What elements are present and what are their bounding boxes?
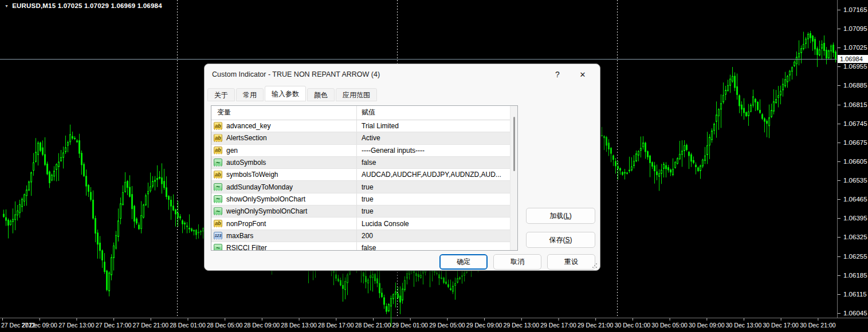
indicator-dialog: Custom Indicator - TRUE NON REPANT ARROW… bbox=[204, 64, 600, 271]
cancel-button[interactable]: 取消 bbox=[493, 254, 541, 270]
param-row[interactable]: ~RSICCI Filterfalse bbox=[211, 242, 510, 251]
param-row[interactable]: 123maxBars200 bbox=[211, 230, 510, 242]
param-value-cell[interactable]: Active bbox=[356, 132, 510, 144]
symbol-quote-text: EURUSD,M15 1.07025 1.07029 1.06969 1.069… bbox=[12, 2, 162, 9]
svg-text:27 Dec 17:00: 27 Dec 17:00 bbox=[96, 322, 132, 329]
svg-text:29 Dec 05:00: 29 Dec 05:00 bbox=[429, 322, 465, 329]
param-type-int-icon: 123 bbox=[214, 232, 222, 240]
svg-text:29 Dec 17:00: 29 Dec 17:00 bbox=[540, 322, 576, 329]
param-type-string-icon: ab bbox=[214, 220, 222, 228]
svg-text:1.06045: 1.06045 bbox=[843, 310, 867, 317]
time-axis[interactable]: 27 Dec 202227 Dec 09:0027 Dec 13:0027 De… bbox=[1, 318, 836, 329]
param-type-bool-icon: ~ bbox=[214, 159, 222, 167]
svg-text:1.06955: 1.06955 bbox=[843, 63, 867, 70]
svg-text:27 Dec 09:00: 27 Dec 09:00 bbox=[21, 322, 57, 329]
param-name-cell: 123maxBars bbox=[211, 230, 356, 242]
param-row[interactable]: abadvanced_keyTrial Limited bbox=[211, 120, 510, 132]
reset-button[interactable]: 重设 bbox=[547, 254, 595, 270]
svg-text:1.06815: 1.06815 bbox=[843, 101, 867, 108]
svg-text:28 Dec 17:00: 28 Dec 17:00 bbox=[318, 322, 354, 329]
param-value-cell[interactable]: true bbox=[356, 205, 510, 217]
param-value-cell[interactable]: false bbox=[356, 157, 510, 168]
svg-text:29 Dec 01:00: 29 Dec 01:00 bbox=[392, 322, 428, 329]
param-row[interactable]: ~autoSymbolsfalse bbox=[211, 157, 510, 169]
param-name-cell: abAlertsSection bbox=[211, 132, 356, 144]
param-value-cell[interactable]: Trial Limited bbox=[356, 120, 510, 132]
svg-text:1.06395: 1.06395 bbox=[843, 215, 867, 222]
parameters-table: 变量 赋值 abadvanced_keyTrial LimitedabAlert… bbox=[211, 105, 518, 251]
tab-4[interactable]: 应用范围 bbox=[336, 88, 377, 101]
param-value-cell[interactable]: false bbox=[356, 242, 510, 251]
svg-text:28 Dec 01:00: 28 Dec 01:00 bbox=[170, 322, 206, 329]
param-name: autoSymbols bbox=[226, 159, 266, 167]
chart-dropdown-arrow-icon[interactable]: ▼ bbox=[5, 4, 9, 8]
dialog-titlebar[interactable]: Custom Indicator - TRUE NON REPANT ARROW… bbox=[205, 64, 600, 85]
svg-text:29 Dec 13:00: 29 Dec 13:00 bbox=[504, 322, 540, 329]
param-name-cell: abgen bbox=[211, 145, 356, 156]
svg-text:28 Dec 13:00: 28 Dec 13:00 bbox=[281, 322, 317, 329]
param-row[interactable]: ~showOnlySymbolOnCharttrue bbox=[211, 193, 510, 205]
svg-text:30 Dec 01:00: 30 Dec 01:00 bbox=[615, 322, 651, 329]
param-type-string-icon: ab bbox=[214, 171, 222, 179]
param-value-cell[interactable]: true bbox=[356, 181, 510, 192]
svg-text:1.06535: 1.06535 bbox=[843, 177, 867, 184]
param-type-bool-icon: ~ bbox=[214, 244, 222, 251]
svg-text:30 Dec 13:00: 30 Dec 13:00 bbox=[726, 322, 762, 329]
current-price-tag: 1.06984 bbox=[838, 55, 868, 63]
dialog-tab-bar: 关于常用输入参数颜色应用范围 bbox=[207, 86, 377, 101]
table-scrollbar[interactable] bbox=[510, 106, 517, 250]
param-type-bool-icon: ~ bbox=[214, 207, 222, 215]
symbol-quote-line: ▼ EURUSD,M15 1.07025 1.07029 1.06969 1.0… bbox=[5, 2, 162, 9]
param-name: gen bbox=[226, 147, 238, 155]
svg-text:30 Dec 21:00: 30 Dec 21:00 bbox=[800, 322, 836, 329]
param-row[interactable]: ~addSundayToMondaytrue bbox=[211, 181, 510, 193]
svg-text:1.06325: 1.06325 bbox=[843, 234, 867, 240]
param-row[interactable]: abAlertsSectionActive bbox=[211, 132, 510, 144]
tab-1[interactable]: 常用 bbox=[236, 88, 264, 101]
help-button[interactable]: ? bbox=[551, 69, 564, 81]
price-axis[interactable]: 1.071651.070951.070251.069551.068851.068… bbox=[838, 6, 867, 317]
param-name-cell: ~addSundayToMonday bbox=[211, 181, 356, 192]
param-row[interactable]: ~weighOnlySymbolOnCharttrue bbox=[211, 205, 510, 218]
column-header-variable: 变量 bbox=[211, 106, 356, 120]
save-button[interactable]: 保存(S) bbox=[526, 232, 595, 248]
tab-3[interactable]: 颜色 bbox=[307, 88, 335, 101]
param-type-bool-icon: ~ bbox=[214, 195, 222, 203]
param-row[interactable]: abgen----General inputs---- bbox=[211, 145, 510, 157]
svg-text:1.07025: 1.07025 bbox=[843, 44, 867, 51]
param-value-cell[interactable]: AUDCAD,AUDCHF,AUDJPY,AUDNZD,AUD... bbox=[356, 169, 510, 180]
param-name-cell: ~RSICCI Filter bbox=[211, 242, 356, 251]
svg-text:1.06605: 1.06605 bbox=[843, 158, 867, 165]
svg-text:1.06255: 1.06255 bbox=[843, 253, 867, 260]
param-name-cell: ~weighOnlySymbolOnChart bbox=[211, 205, 356, 217]
scrollbar-thumb[interactable] bbox=[513, 117, 515, 171]
svg-text:28 Dec 21:00: 28 Dec 21:00 bbox=[355, 322, 391, 329]
svg-text:1.07095: 1.07095 bbox=[843, 25, 867, 32]
param-value-cell[interactable]: 200 bbox=[356, 230, 510, 242]
param-name-cell: absymbolsToWeigh bbox=[211, 169, 356, 180]
svg-text:30 Dec 05:00: 30 Dec 05:00 bbox=[651, 322, 688, 329]
param-row[interactable]: abnonPropFontLucida Console bbox=[211, 218, 510, 230]
svg-text:1.06675: 1.06675 bbox=[843, 139, 867, 146]
param-value-cell[interactable]: ----General inputs---- bbox=[356, 145, 510, 156]
param-value-cell[interactable]: true bbox=[356, 193, 510, 205]
param-name: maxBars bbox=[226, 232, 253, 240]
param-name: weighOnlySymbolOnChart bbox=[226, 207, 307, 215]
mt4-window: 1.071651.070951.070251.069551.068851.068… bbox=[0, 0, 868, 332]
param-name: addSundayToMonday bbox=[226, 183, 293, 191]
svg-text:28 Dec 09:00: 28 Dec 09:00 bbox=[244, 322, 280, 329]
svg-text:28 Dec 05:00: 28 Dec 05:00 bbox=[207, 322, 243, 329]
tab-0[interactable]: 关于 bbox=[207, 88, 235, 101]
param-name-cell: abadvanced_key bbox=[211, 120, 356, 132]
close-icon[interactable]: ✕ bbox=[576, 69, 590, 81]
svg-text:1.06745: 1.06745 bbox=[843, 120, 867, 127]
param-value-cell[interactable]: Lucida Console bbox=[356, 218, 510, 229]
param-row[interactable]: absymbolsToWeighAUDCAD,AUDCHF,AUDJPY,AUD… bbox=[211, 169, 510, 181]
column-header-value: 赋值 bbox=[356, 106, 510, 120]
ok-button[interactable]: 确定 bbox=[439, 254, 488, 270]
param-name: symbolsToWeigh bbox=[226, 171, 278, 179]
load-button[interactable]: 加载(L) bbox=[526, 208, 595, 224]
param-name: RSICCI Filter bbox=[226, 244, 267, 251]
tab-2-active[interactable]: 输入参数 bbox=[265, 86, 306, 101]
resize-grip-icon[interactable] bbox=[592, 263, 598, 268]
